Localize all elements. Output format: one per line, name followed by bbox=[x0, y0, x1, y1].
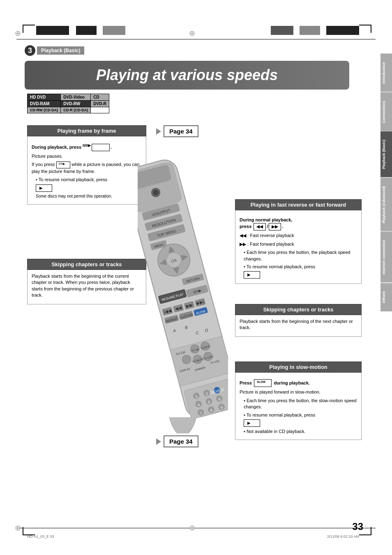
chapter-header: 3 Playback (Basic) bbox=[25, 45, 84, 56]
disc-dvdram: DVD-RAM bbox=[28, 101, 61, 107]
fast-forward-body: During normal playback,press ◀◀/▶▶. ◀◀ :… bbox=[235, 210, 362, 284]
frame-btn-symbol: II/II▶ bbox=[56, 161, 70, 168]
skip-right-text: Playback starts from the beginning of th… bbox=[240, 318, 357, 331]
ff-play-symbol: ▶ bbox=[244, 271, 260, 279]
corner-mark-bl-v bbox=[23, 527, 23, 535]
ff-bullet-1: ◀◀ : Fast reverse playback bbox=[240, 233, 357, 239]
crossmark-tl: ⊕ bbox=[15, 29, 21, 38]
footer-right: 2/11/06 6:02:10 AM bbox=[327, 534, 359, 539]
tab-others[interactable]: Others bbox=[380, 283, 392, 311]
slow-para: Picture is played forward in slow-motion… bbox=[240, 389, 357, 395]
tab-playback-advanced[interactable]: Playback (Advanced) bbox=[380, 177, 392, 232]
gray-bar-3 bbox=[271, 26, 293, 35]
disc-empty bbox=[91, 107, 109, 113]
slow-press-text: Press SLOW during playback. bbox=[240, 379, 357, 387]
ff-press-text: During normal playback,press ◀◀/▶▶. bbox=[240, 217, 357, 230]
fast-forward-box: Playing in fast reverse or fast forward … bbox=[235, 199, 362, 284]
corner-mark-br-v bbox=[371, 527, 371, 535]
slow-motion-body: Press SLOW during playback. Picture is p… bbox=[235, 373, 362, 440]
gray-bar-2 bbox=[300, 26, 320, 35]
disc-dvdvideo: DVD-Video bbox=[61, 94, 91, 101]
crossmark-bc: ⊕ bbox=[189, 523, 195, 532]
tab-connections[interactable]: Connections bbox=[380, 92, 392, 131]
ff-bullet-2: ▶▶ : Fast forward playback bbox=[240, 241, 357, 247]
skip-right-header: Skipping chapters or tracks bbox=[235, 304, 362, 315]
disc-cd: CD bbox=[91, 94, 109, 101]
rewind-btn: ◀◀ bbox=[254, 223, 266, 230]
corner-mark-tr-v bbox=[371, 25, 371, 33]
slow-motion-header: Playing in slow-motion bbox=[235, 362, 362, 373]
crossmark-tc: ⊕ bbox=[189, 29, 195, 38]
sidebar-tabs: Introduction Connections Playback (Basic… bbox=[380, 53, 392, 311]
disc-hddvd: HD DVD bbox=[28, 94, 61, 101]
chapter-title: Playback (Basic) bbox=[37, 46, 84, 55]
disc-dvdr: DVD-R bbox=[91, 101, 109, 107]
top-rule bbox=[16, 39, 376, 39]
tab-internet[interactable]: Internet connection bbox=[380, 231, 392, 283]
bottom-rule bbox=[16, 528, 376, 528]
slow-cd-note: Not available in CD playback. bbox=[244, 428, 357, 435]
skip-right-box: Skipping chapters or tracks Playback sta… bbox=[235, 304, 362, 337]
slow-resume-bullet: To resume normal playback, press ▶ bbox=[244, 412, 357, 427]
black-bar-2 bbox=[76, 26, 97, 35]
slow-play-symbol: ▶ bbox=[244, 419, 260, 427]
tab-playback-basic[interactable]: Playback (Basic) bbox=[380, 131, 392, 177]
main-title: Playing at various speeds bbox=[96, 67, 278, 83]
main-title-box: Playing at various speeds bbox=[25, 61, 349, 90]
corner-mark-tl-h bbox=[23, 25, 35, 25]
disc-cdrw: CD-RW (CD-DA) bbox=[28, 107, 61, 113]
ff-btn: ▶▶ bbox=[269, 223, 281, 230]
chapter-number: 3 bbox=[25, 45, 35, 56]
disc-cdr: CD-R (CD-DA) bbox=[61, 107, 91, 113]
footer-left: HD-A1_03_E 33 bbox=[27, 534, 54, 539]
fast-forward-header: Playing in fast reverse or fast forward bbox=[235, 199, 362, 210]
page-ref-top-arrow bbox=[156, 128, 161, 135]
page-number: 33 bbox=[352, 521, 363, 532]
gray-bar-1 bbox=[103, 26, 125, 35]
slow-speed-bullet: Each time you press the button, the slow… bbox=[244, 398, 357, 410]
skip-right-body: Playback starts from the beginning of th… bbox=[235, 315, 362, 337]
play-button-symbol: ▶ bbox=[36, 184, 52, 192]
black-bar-1 bbox=[36, 26, 69, 35]
disc-dvdrw: DVD-RW bbox=[61, 101, 91, 107]
ff-resume-bullet: To resume normal playback, press ▶ bbox=[244, 264, 357, 279]
corner-mark-tl-v bbox=[23, 25, 23, 33]
corner-mark-br-h bbox=[359, 534, 371, 535]
slow-btn: SLOW bbox=[254, 379, 272, 387]
crossmark-bl: ⊕ bbox=[15, 523, 21, 532]
frame-by-frame-header: Playing frame by frame bbox=[27, 125, 146, 136]
remote-control-image: V/OUTPUT RESOLUTION TOP MENU OK MENU RET… bbox=[119, 136, 247, 452]
ff-speed-bullet: Each time you press the button, the play… bbox=[244, 249, 357, 262]
slow-motion-box: Playing in slow-motion Press SLOW during… bbox=[235, 362, 362, 440]
disc-table: HD DVD DVD-Video CD DVD-RAM DVD-RW DVD-R… bbox=[27, 94, 109, 113]
tab-introduction[interactable]: Introduction bbox=[380, 53, 392, 92]
black-bar-3 bbox=[326, 26, 359, 35]
corner-mark-tr-h bbox=[359, 25, 371, 25]
